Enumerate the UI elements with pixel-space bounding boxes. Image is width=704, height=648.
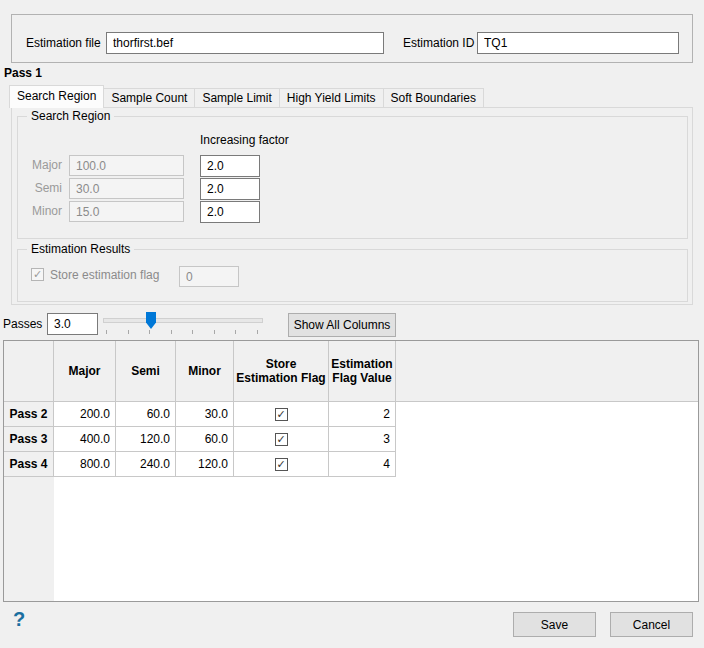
cancel-button[interactable]: Cancel: [610, 612, 693, 637]
cell-store-flag: ✓: [234, 427, 329, 452]
semi-row: Semi: [18, 178, 687, 199]
passes-slider-handle[interactable]: [146, 312, 156, 329]
table-empty-area: [4, 477, 698, 601]
passes-table: Major Semi Minor Store Estimation Flag E…: [3, 340, 699, 602]
minor-label: Minor: [18, 201, 62, 222]
estimation-id-input[interactable]: [477, 32, 679, 54]
cell-minor[interactable]: 30.0: [176, 402, 234, 427]
passes-input[interactable]: [47, 313, 98, 335]
estimation-flag-value-input: [179, 266, 239, 287]
cell-semi[interactable]: 240.0: [116, 452, 176, 477]
major-row: Major: [18, 155, 687, 176]
cell-minor[interactable]: 120.0: [176, 452, 234, 477]
cell-flag-value[interactable]: 2: [329, 402, 396, 427]
cell-filler: [396, 452, 698, 477]
help-icon[interactable]: ?: [13, 607, 25, 631]
major-factor-input[interactable]: [200, 155, 260, 177]
slider-tick: [128, 330, 129, 334]
col-header-blank: [4, 341, 54, 401]
cell-semi[interactable]: 60.0: [116, 402, 176, 427]
tab-soft-boundaries[interactable]: Soft Boundaries: [383, 88, 484, 108]
store-estimation-flag-label: Store estimation flag: [50, 268, 159, 282]
slider-tick: [235, 330, 236, 334]
slider-tick: [257, 330, 258, 334]
minor-row: Minor: [18, 201, 687, 222]
estimation-file-label: Estimation file: [26, 32, 101, 54]
slider-tick: [171, 330, 172, 334]
minor-value-input: [69, 201, 184, 222]
store-flag-checkbox[interactable]: ✓: [275, 433, 288, 446]
cell-major[interactable]: 800.0: [54, 452, 116, 477]
cell-store-flag: ✓: [234, 452, 329, 477]
passes-label: Passes: [3, 317, 42, 331]
pass-tab-bar: Search Region Sample Count Sample Limit …: [9, 85, 484, 108]
col-header-major: Major: [54, 341, 116, 401]
tab-sample-limit[interactable]: Sample Limit: [194, 88, 279, 108]
pass-title: Pass 1: [4, 66, 42, 80]
slider-tick: [214, 330, 215, 334]
row-header: Pass 2: [4, 402, 54, 427]
minor-factor-input[interactable]: [200, 201, 260, 223]
search-region-legend: Search Region: [27, 109, 114, 124]
col-header-store-estimation-flag: Store Estimation Flag: [234, 341, 329, 401]
table-row-pass3: Pass 3 400.0 120.0 60.0 ✓ 3: [4, 427, 698, 452]
estimation-file-input[interactable]: [106, 32, 384, 54]
file-bar: Estimation file Estimation ID: [11, 14, 693, 63]
table-header-row: Major Semi Minor Store Estimation Flag E…: [4, 341, 698, 402]
show-all-columns-button[interactable]: Show All Columns: [288, 313, 396, 337]
table-row-pass2: Pass 2 200.0 60.0 30.0 ✓ 2: [4, 402, 698, 427]
major-label: Major: [18, 155, 62, 176]
store-estimation-flag-checkbox: ✓: [31, 268, 44, 281]
search-region-group: Search Region Increasing factor Major Se…: [17, 116, 688, 239]
cell-store-flag: ✓: [234, 402, 329, 427]
estimation-results-group: Estimation Results ✓ Store estimation fl…: [17, 249, 688, 302]
store-flag-checkbox[interactable]: ✓: [275, 408, 288, 421]
search-region-tab-panel: Search Region Increasing factor Major Se…: [11, 107, 693, 305]
semi-factor-input[interactable]: [200, 178, 260, 200]
row-header: Pass 4: [4, 452, 54, 477]
semi-label: Semi: [18, 178, 62, 199]
cell-major[interactable]: 200.0: [54, 402, 116, 427]
cell-filler: [396, 427, 698, 452]
cell-major[interactable]: 400.0: [54, 427, 116, 452]
row-header: Pass 3: [4, 427, 54, 452]
slider-tick: [106, 330, 107, 334]
cell-flag-value[interactable]: 4: [329, 452, 396, 477]
tab-search-region[interactable]: Search Region: [9, 85, 104, 108]
col-header-minor: Minor: [176, 341, 234, 401]
semi-value-input: [69, 178, 184, 199]
major-value-input: [69, 155, 184, 176]
increasing-factor-label: Increasing factor: [200, 133, 289, 147]
save-button[interactable]: Save: [513, 612, 596, 637]
slider-tick: [192, 330, 193, 334]
cell-minor[interactable]: 60.0: [176, 427, 234, 452]
tab-high-yield-limits[interactable]: High Yield Limits: [279, 88, 384, 108]
col-header-estimation-flag-value: Estimation Flag Value: [329, 341, 396, 401]
estimation-id-label: Estimation ID: [403, 32, 474, 54]
table-row-pass4: Pass 4 800.0 240.0 120.0 ✓ 4: [4, 452, 698, 477]
cell-filler: [396, 402, 698, 427]
tab-sample-count[interactable]: Sample Count: [103, 88, 195, 108]
col-header-filler: [396, 341, 698, 401]
cell-semi[interactable]: 120.0: [116, 427, 176, 452]
estimation-results-legend: Estimation Results: [27, 242, 134, 257]
row-header-strip: [4, 477, 54, 601]
passes-slider-track[interactable]: [103, 318, 263, 323]
store-flag-checkbox[interactable]: ✓: [275, 458, 288, 471]
estimation-dialog: Estimation file Estimation ID Pass 1 Sea…: [0, 0, 704, 648]
cell-flag-value[interactable]: 3: [329, 427, 396, 452]
col-header-semi: Semi: [116, 341, 176, 401]
slider-tick: [149, 330, 150, 334]
